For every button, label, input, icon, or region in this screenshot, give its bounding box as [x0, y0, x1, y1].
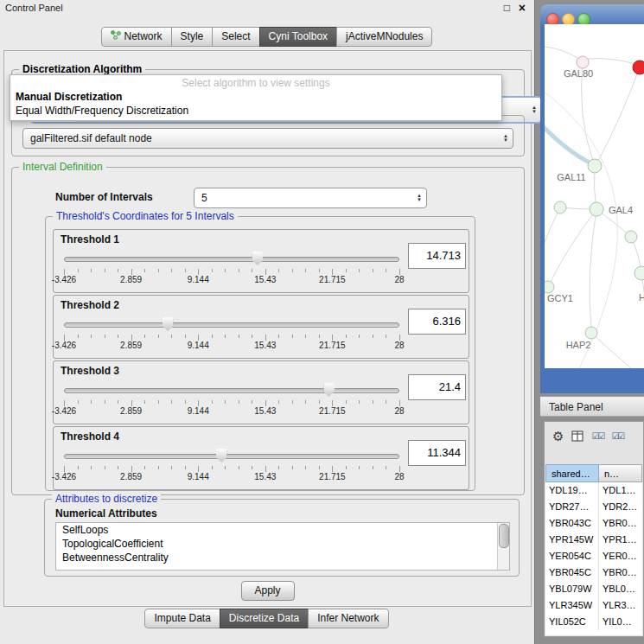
select-columns-checkboxes-icon[interactable]: ☑☑	[611, 431, 623, 441]
network-edge[interactable]	[545, 47, 579, 59]
attributes-scrollbar[interactable]	[497, 523, 509, 570]
table-row[interactable]: YER054CYER0…	[545, 548, 642, 564]
table-cell[interactable]: YPR145W	[545, 532, 599, 548]
slider-thumb[interactable]	[216, 449, 227, 462]
tab-jactivemnodules[interactable]: jActiveMNodules	[336, 27, 432, 47]
tab-label: Infer Network	[317, 609, 379, 628]
table-body[interactable]: YDL19…YDL1…YDR27…YDR2…YBR043CYBR0…YPR145…	[545, 482, 642, 635]
network-node[interactable]	[633, 61, 644, 74]
network-edge[interactable]	[545, 121, 593, 164]
table-row[interactable]: YLR345WYLR3…	[545, 597, 642, 614]
network-edge[interactable]	[545, 85, 617, 368]
threshold-slider[interactable]	[64, 251, 399, 266]
network-canvas[interactable]: GAL80GAL11GAL4GCY1HAP2H	[545, 24, 644, 368]
table-cell[interactable]: YLR345W	[545, 597, 599, 614]
attribute-item-betweennesscentrality[interactable]: BetweennessCentrality	[56, 551, 509, 564]
table-cell[interactable]: YBR0…	[599, 515, 642, 532]
slider-scale-labels: -3.4262.8599.14415.4321.71528	[64, 472, 399, 482]
tab-impute-data[interactable]: Impute Data	[144, 609, 220, 628]
column-selector-icon[interactable]	[571, 430, 583, 442]
slider-track[interactable]	[64, 454, 399, 459]
table-row[interactable]: YIL052CYIL0…	[545, 614, 642, 630]
slider-track[interactable]	[64, 388, 399, 393]
attribute-item-selfloops[interactable]: SelfLoops	[56, 523, 509, 537]
column-header-name[interactable]: n…	[599, 464, 642, 482]
table-cell[interactable]: YLR3…	[599, 597, 642, 614]
tab-network[interactable]: Network	[101, 27, 172, 47]
threshold-label: Threshold 1	[61, 233, 119, 245]
tab-select[interactable]: Select	[212, 27, 259, 47]
network-edge[interactable]	[586, 59, 634, 64]
network-node[interactable]	[625, 231, 637, 243]
tab-cyni-toolbox[interactable]: Cyni Toolbox	[259, 27, 337, 47]
threshold-value-field[interactable]: 6.316	[408, 309, 466, 335]
table-cell[interactable]: YDL19…	[545, 482, 599, 499]
scrollbar-thumb[interactable]	[499, 524, 509, 548]
table-cell[interactable]: YDR27…	[545, 499, 599, 515]
slider-thumb[interactable]	[323, 383, 335, 397]
threshold-slider[interactable]	[64, 382, 399, 398]
slider-thumb[interactable]	[252, 252, 263, 265]
network-edge[interactable]	[598, 67, 640, 161]
table-row[interactable]: YBR043CYBR0…	[545, 515, 642, 532]
algorithm-dropdown-popup: Select algorithm to view settings Manual…	[10, 74, 502, 121]
network-node-gal80[interactable]	[577, 56, 589, 68]
table-cell[interactable]: YIL0…	[599, 614, 642, 630]
numerical-attributes-list[interactable]: SelfLoopsTopologicalCoefficientBetweenne…	[55, 522, 510, 571]
network-edge[interactable]	[545, 207, 560, 292]
network-node[interactable]	[554, 201, 566, 214]
network-node-gcy1[interactable]	[545, 281, 554, 293]
table-cell[interactable]: YDL1…	[599, 482, 642, 499]
table-row[interactable]: YDL19…YDL1…	[545, 482, 642, 499]
dropdown-option-equal-width-frequency[interactable]: Equal Width/Frequency Discretization	[10, 104, 501, 118]
table-row[interactable]: YPR145WYPR1…	[545, 532, 642, 548]
table-data-value: galFiltered.sif default node	[30, 132, 152, 144]
close-icon[interactable]: ×	[519, 1, 526, 15]
network-node-gal4[interactable]	[590, 202, 603, 216]
network-edge[interactable]	[590, 209, 596, 328]
apply-button[interactable]: Apply	[241, 581, 295, 601]
threshold-label: Threshold 4	[61, 430, 119, 443]
table-cell[interactable]: YER054C	[545, 548, 599, 564]
gear-icon[interactable]: ⚙	[552, 430, 564, 443]
network-edge[interactable]	[591, 333, 644, 368]
column-header-shared[interactable]: shared…	[545, 464, 599, 482]
table-cell[interactable]: YBL079W	[545, 581, 599, 597]
tab-style[interactable]: Style	[171, 27, 214, 47]
table-cell[interactable]: YBR0…	[599, 564, 642, 581]
slider-thumb[interactable]	[163, 317, 174, 331]
table-row[interactable]: YBR045CYBR0…	[545, 564, 642, 581]
slider-track[interactable]	[64, 322, 399, 328]
table-cell[interactable]: YDR2…	[599, 499, 642, 515]
float-window-icon[interactable]: □	[504, 2, 510, 14]
network-node[interactable]	[634, 266, 644, 280]
table-cell[interactable]: YER0…	[599, 548, 642, 564]
select-all-checkboxes-icon[interactable]: ☑☑	[591, 431, 603, 441]
table-row[interactable]: YDR27…YDR2…	[545, 499, 642, 515]
slider-track[interactable]	[64, 257, 399, 262]
threshold-slider[interactable]	[64, 316, 399, 332]
threshold-value-field[interactable]: 21.4	[408, 374, 466, 400]
table-cell[interactable]: YPR1…	[599, 532, 642, 548]
number-of-intervals-combobox[interactable]: 5 ▲▼	[194, 188, 427, 208]
table-cell[interactable]: YBR043C	[545, 515, 599, 532]
table-data-combobox[interactable]: galFiltered.sif default node ▲▼	[22, 128, 513, 149]
table-cell[interactable]: YBR045C	[545, 564, 599, 581]
network-node-gal11[interactable]	[588, 159, 602, 173]
tab-label: Cyni Toolbox	[269, 28, 328, 46]
network-edge[interactable]	[550, 209, 596, 284]
attribute-item-topologicalcoefficient[interactable]: TopologicalCoefficient	[56, 537, 509, 551]
tab-infer-network[interactable]: Infer Network	[308, 609, 388, 628]
tab-discretize-data[interactable]: Discretize Data	[220, 609, 309, 628]
table-cell[interactable]: YBL0…	[599, 581, 642, 597]
interval-definition-title: Interval Definition	[19, 161, 106, 174]
threshold-slider[interactable]	[64, 448, 399, 463]
threshold-value-field[interactable]: 11.344	[408, 440, 466, 466]
dropdown-option-manual-discretization[interactable]: Manual Discretization	[10, 90, 501, 104]
network-node-hap2[interactable]	[585, 327, 597, 339]
table-cell[interactable]: YIL052C	[545, 614, 599, 630]
table-row[interactable]: YBL079WYBL0…	[545, 581, 642, 597]
table-panel-header: Table Panel	[540, 396, 644, 417]
threshold-value-field[interactable]: 14.713	[408, 243, 466, 269]
tab-label: Discretize Data	[229, 609, 299, 628]
